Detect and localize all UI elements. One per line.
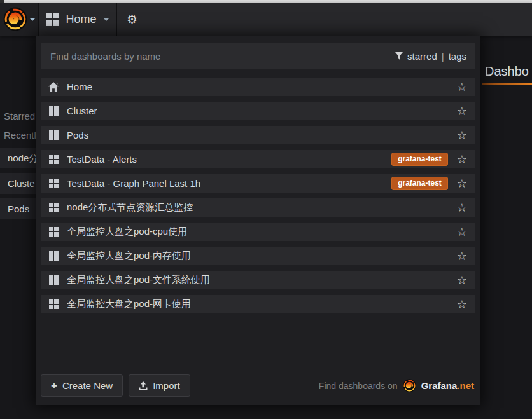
filter-tags-link[interactable]: tags (449, 51, 466, 62)
filter-controls: starred | tags (395, 51, 466, 62)
create-new-label: Create New (62, 380, 113, 391)
dashboard-row[interactable]: 全局监控大盘之pod-cpu使用 ☆ (41, 223, 475, 241)
dashboard-row[interactable]: Home ☆ (41, 78, 475, 96)
create-new-button[interactable]: + Create New (41, 374, 123, 397)
grid-icon (48, 227, 59, 237)
dashboard-title: 全局监控大盘之pod-内存使用 (67, 250, 457, 262)
dashboard-picker-button[interactable]: Home (39, 3, 117, 36)
grid-icon (48, 130, 59, 140)
background-dashboard-link[interactable]: Pods (0, 198, 36, 219)
grid-icon (48, 203, 59, 212)
grid-icon (48, 275, 59, 285)
grid-icon (48, 251, 59, 261)
dashboard-row[interactable]: 全局监控大盘之pod-内存使用 ☆ (41, 247, 475, 265)
star-icon[interactable]: ☆ (457, 202, 467, 214)
star-icon[interactable]: ☆ (457, 106, 467, 117)
grafana-screen: { "navbar": { "home_label": "Home" }, "b… (0, 0, 532, 419)
star-icon[interactable]: ☆ (457, 154, 467, 165)
star-icon[interactable]: ☆ (457, 251, 467, 262)
navbar: Home ⚙ (0, 3, 532, 36)
dashboard-row[interactable]: Pods ☆ (41, 126, 475, 144)
grafana-net-logo-icon (403, 379, 416, 392)
filter-divider: | (442, 51, 444, 62)
chevron-down-icon (103, 18, 109, 21)
star-icon[interactable]: ☆ (457, 275, 467, 286)
grid-icon (46, 13, 59, 26)
dashboard-row[interactable]: TestData - Graph Panel Last 1h grafana-t… (41, 174, 475, 193)
grid-icon (48, 155, 59, 164)
tab-active-underline (482, 83, 532, 85)
star-icon[interactable]: ☆ (457, 178, 467, 189)
background-dashboard-link[interactable]: Cluste (0, 173, 36, 194)
dashboard-title: TestData - Alerts (67, 154, 391, 165)
dashboard-title: TestData - Graph Panel Last 1h (67, 178, 391, 189)
chevron-down-icon (29, 18, 36, 21)
grafana-net-label: Grafana .net (421, 380, 474, 391)
star-icon[interactable]: ☆ (457, 226, 467, 238)
star-icon[interactable]: ☆ (457, 299, 467, 310)
background-dashboard-link[interactable]: node分 (0, 148, 36, 168)
tag-badge[interactable]: grafana-test (391, 177, 448, 190)
home-icon (48, 82, 59, 92)
dashboard-title: Home (67, 81, 457, 92)
dashboard-row[interactable]: Cluster ☆ (41, 102, 475, 120)
dashboard-title: 全局监控大盘之pod-文件系统使用 (67, 274, 457, 286)
upload-icon (139, 381, 148, 390)
grid-icon (48, 299, 59, 309)
star-icon[interactable]: ☆ (457, 81, 467, 93)
import-label: Import (153, 380, 180, 391)
plus-icon: + (51, 380, 57, 391)
filter-starred-link[interactable]: starred (407, 51, 437, 62)
panel-footer: + Create New Import Find dashboards on (41, 374, 474, 397)
search-input[interactable] (49, 50, 395, 62)
find-dashboards-on-label: Find dashboards on (319, 381, 398, 391)
star-icon[interactable]: ☆ (457, 130, 467, 141)
dashboard-title: Pods (67, 130, 457, 141)
dashboard-picker-label: Home (66, 13, 96, 26)
grafana-main-menu-button[interactable] (0, 3, 39, 36)
grafana-logo-icon (3, 7, 27, 31)
dashboard-row[interactable]: 全局监控大盘之pod-网卡使用 ☆ (41, 295, 475, 313)
import-button[interactable]: Import (129, 374, 190, 397)
settings-menu-button[interactable]: ⚙ (117, 3, 137, 36)
dashboard-title: Cluster (67, 106, 457, 116)
grid-icon (48, 106, 59, 116)
tag-badge[interactable]: grafana-test (391, 153, 448, 166)
dashboard-row[interactable]: node分布式节点资源汇总监控 ☆ (41, 198, 475, 217)
filter-icon (395, 52, 403, 60)
dashboard-row[interactable]: TestData - Alerts grafana-test ☆ (41, 150, 475, 168)
background-section-starred: Starred (4, 111, 35, 121)
gear-icon: ⚙ (127, 13, 137, 25)
dashboard-title: 全局监控大盘之pod-网卡使用 (67, 298, 457, 310)
dashboard-list: Home ☆ Cluster ☆ Pods ☆ (41, 78, 475, 319)
search-bar: starred | tags (41, 43, 475, 69)
background-tab-dashboards[interactable]: Dashbo (485, 64, 529, 79)
grid-icon (48, 179, 59, 188)
dashboard-row[interactable]: 全局监控大盘之pod-文件系统使用 ☆ (41, 271, 475, 289)
dashboard-search-panel: starred | tags Home ☆ Cluster ☆ (36, 36, 480, 405)
dashboard-title: node分布式节点资源汇总监控 (67, 202, 457, 214)
dashboard-title: 全局监控大盘之pod-cpu使用 (67, 226, 457, 238)
grafana-net-link[interactable]: Find dashboards on Grafana .net (319, 379, 474, 392)
